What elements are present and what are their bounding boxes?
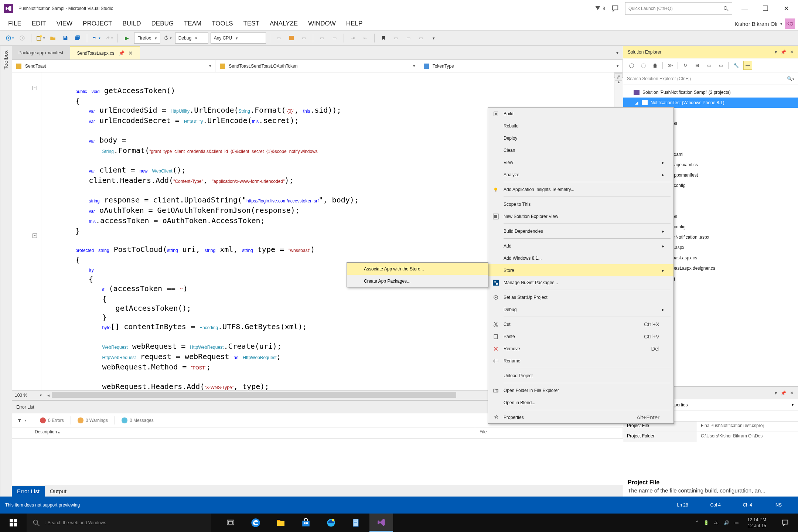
explorer-icon[interactable] [269,514,293,532]
ctx-open-folder-in-file-explorer[interactable]: Open Folder in File Explorer [488,384,673,396]
redo-button[interactable]: ▾ [103,33,114,43]
sx-back-icon[interactable]: ◯ [627,61,636,70]
close-tab-icon[interactable]: ✕ [128,50,133,57]
quick-launch-input[interactable]: Quick Launch (Ctrl+Q) [625,2,732,15]
ctx-scope-to-this[interactable]: Scope to This [488,198,673,210]
sx-showall-icon[interactable]: ▭ [705,61,713,70]
ctx-new-solution-explorer-view[interactable]: New Solution Explorer View [488,210,673,222]
ctx-clean[interactable]: Clean [488,144,673,156]
ctx-manage-nuget-packages-[interactable]: Manage NuGet Packages... [488,276,673,289]
ctx-open-in-blend-[interactable]: Open in Blend... [488,396,673,409]
edge-icon[interactable] [244,514,267,532]
menu-team[interactable]: TEAM [179,18,207,30]
taskbar-search-input[interactable]: : Search the web and Windows [27,514,211,532]
close-button[interactable]: ✕ [778,3,794,14]
ctx-build[interactable]: Build [488,108,673,120]
maximize-button[interactable]: ❐ [757,3,774,14]
ctx-rebuild[interactable]: Rebuild [488,120,673,132]
tray-battery-icon[interactable]: 🔋 [703,520,709,525]
config-dropdown[interactable]: Debug▾ [175,33,208,44]
ctx-analyze[interactable]: Analyze▸ [488,168,673,181]
fullscreen-toggle[interactable]: ⤢ [615,73,622,81]
ctx-cut[interactable]: CutCtrl+X [488,318,673,330]
feedback-icon[interactable] [610,3,621,14]
menu-project[interactable]: PROJECT [78,18,117,30]
ctx-add-windows-8-1-[interactable]: Add Windows 8.1... [488,252,673,264]
pin-icon[interactable]: 📌 [119,50,125,56]
ctx-view[interactable]: View▸ [488,156,673,168]
browser-dropdown[interactable]: Firefox▾ [134,33,160,44]
tab-package-manifest[interactable]: Package.appxmanifest [12,46,70,59]
action-center-icon[interactable] [775,519,795,527]
tab-output[interactable]: Output [45,486,72,497]
toolbox-tab[interactable]: Toolbox [0,46,12,497]
notepad-icon[interactable] [344,514,368,532]
ctx-set-as-startup-project[interactable]: Set as StartUp Project [488,291,673,303]
scope-type-dropdown[interactable]: SendToast.SendToast.OAuthToken▾ [215,60,419,72]
bookmark-button[interactable] [378,33,389,43]
scroll-left-icon[interactable]: ◂ [45,391,52,400]
menu-help[interactable]: HELP [341,18,368,30]
vs-taskbar-icon[interactable] [369,514,393,532]
store-icon[interactable] [294,514,318,532]
open-file-button[interactable] [48,33,58,43]
minimize-button[interactable]: — [737,3,753,14]
panel-pin-icon[interactable]: 📌 [781,50,786,55]
nav-fwd-button[interactable] [17,33,27,43]
tb-misc-4[interactable]: ▭ [317,33,327,43]
tray-lang-icon[interactable]: ▭ [734,520,739,525]
tb-misc-1[interactable]: ▭ [274,33,284,43]
menu-debug[interactable]: DEBUG [146,18,179,30]
ctx-paste[interactable]: PasteCtrl+V [488,330,673,342]
menu-file[interactable]: FILE [3,18,27,30]
filter-dropdown[interactable]: ▾ [17,418,26,423]
solution-search-input[interactable]: Search Solution Explorer (Ctrl+;) 🔍▾ [623,72,798,85]
tray-network-icon[interactable]: 🖧 [714,520,719,525]
tb-bm-2[interactable]: ▭ [403,33,414,43]
menu-build[interactable]: BUILD [117,18,146,30]
menu-test[interactable]: TEST [238,18,265,30]
ctx-debug[interactable]: Debug▸ [488,303,673,316]
project-selected[interactable]: ◢NotificationTest (Windows Phone 8.1) [623,98,798,108]
zoom-dropdown[interactable]: 100 %▾ [12,393,45,398]
sx-properties-icon[interactable]: 🔧 [732,61,740,70]
panel-dropdown-icon[interactable]: ▾ [775,391,777,396]
ctx-rename[interactable]: Rename [488,355,673,367]
signed-in-user[interactable]: Kishor Bikram Oli [734,21,780,27]
property-row[interactable]: Project FolderC:\Users\Kishor Bikram Oli… [623,432,798,442]
nav-back-button[interactable]: ▾ [4,33,15,43]
tab-error-list[interactable]: Error List [12,486,45,497]
ctx-unload-project[interactable]: Unload Project [488,369,673,382]
new-project-button[interactable]: ▾ [35,33,45,43]
tb-bm-3[interactable]: ▭ [416,33,426,43]
ctx-store[interactable]: Store▸ [488,264,673,276]
save-button[interactable] [60,33,71,43]
save-all-button[interactable] [73,33,83,43]
panel-dropdown-icon[interactable]: ▾ [775,50,777,55]
fold-icon[interactable]: − [33,233,37,238]
ctx-deploy[interactable]: Deploy [488,132,673,144]
ie-icon[interactable] [319,514,343,532]
menu-window[interactable]: WINDOW [303,18,341,30]
sx-refresh-icon[interactable]: ↻ [681,61,690,70]
sx-collapse-icon[interactable]: ⊟ [693,61,702,70]
ctx-remove[interactable]: RemoveDel [488,342,673,355]
tb-bm-1[interactable]: ▭ [391,33,401,43]
tb-misc-5[interactable]: ▭ [330,33,340,43]
col-file[interactable]: File [475,427,623,438]
user-avatar[interactable]: KO [785,18,795,29]
scope-class-dropdown[interactable]: SendToast▾ [12,60,215,72]
panel-close-icon[interactable]: ✕ [790,391,794,396]
submenu-create-app-packages-[interactable]: Create App Packages... [347,275,488,287]
sx-home-icon[interactable] [651,61,659,70]
taskbar-clock[interactable]: 12:14 PM 12-Jul-15 [744,517,770,529]
scroll-thumb[interactable] [52,392,456,398]
undo-button[interactable]: ▾ [91,33,101,43]
tray-volume-icon[interactable]: 🔊 [724,520,729,525]
sx-fwd-icon[interactable]: ◯ [639,61,648,70]
ctx-add[interactable]: Add▸ [488,240,673,252]
tb-step-2[interactable]: ⇤ [360,33,371,43]
menu-view[interactable]: VIEW [51,18,78,30]
sx-scope-icon[interactable]: ⊙▾ [666,61,675,70]
menu-analyze[interactable]: ANALYZE [265,18,303,30]
